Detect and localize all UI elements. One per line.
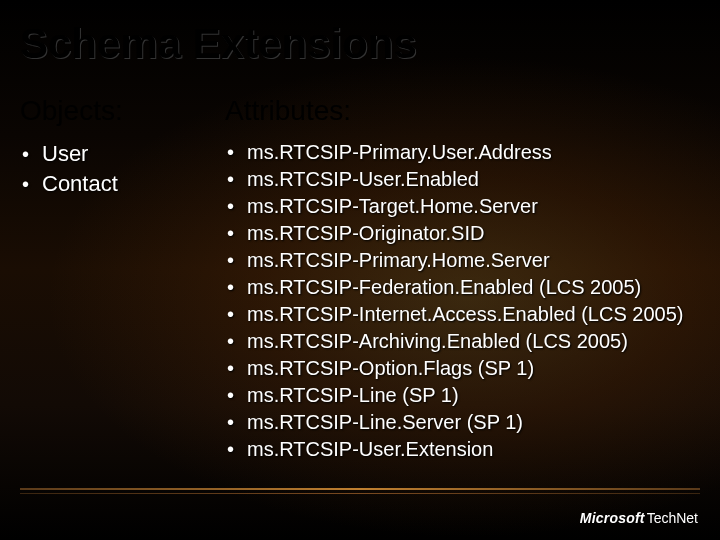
list-item: ms.RTCSIP-Primary.User.Address — [225, 139, 705, 166]
list-item: ms.RTCSIP-Line (SP 1) — [225, 382, 705, 409]
objects-list: User Contact — [20, 139, 210, 199]
page-title: Schema Extensions — [20, 20, 417, 68]
list-item: ms.RTCSIP-Federation.Enabled (LCS 2005) — [225, 274, 705, 301]
list-item: User — [20, 139, 210, 169]
slide: Schema Extensions Objects: User Contact … — [0, 0, 720, 540]
list-item: ms.RTCSIP-Internet.Access.Enabled (LCS 2… — [225, 301, 705, 328]
footer-logo: MicrosoftTechNet — [580, 510, 698, 526]
list-item: ms.RTCSIP-User.Extension — [225, 436, 705, 463]
objects-heading: Objects: — [20, 95, 210, 127]
attributes-column: Attributes: ms.RTCSIP-Primary.User.Addre… — [225, 95, 705, 463]
divider-thin — [20, 493, 700, 494]
divider — [20, 488, 700, 494]
list-item: ms.RTCSIP-Archiving.Enabled (LCS 2005) — [225, 328, 705, 355]
brand-sub: TechNet — [647, 510, 698, 526]
list-item: ms.RTCSIP-Primary.Home.Server — [225, 247, 705, 274]
attributes-heading: Attributes: — [225, 95, 705, 127]
brand-text: Microsoft — [580, 510, 645, 526]
list-item: ms.RTCSIP-Line.Server (SP 1) — [225, 409, 705, 436]
list-item: ms.RTCSIP-Originator.SID — [225, 220, 705, 247]
list-item: ms.RTCSIP-Option.Flags (SP 1) — [225, 355, 705, 382]
list-item: Contact — [20, 169, 210, 199]
attributes-list: ms.RTCSIP-Primary.User.Address ms.RTCSIP… — [225, 139, 705, 463]
divider-bar — [20, 488, 700, 490]
list-item: ms.RTCSIP-Target.Home.Server — [225, 193, 705, 220]
objects-column: Objects: User Contact — [20, 95, 210, 199]
list-item: ms.RTCSIP-User.Enabled — [225, 166, 705, 193]
